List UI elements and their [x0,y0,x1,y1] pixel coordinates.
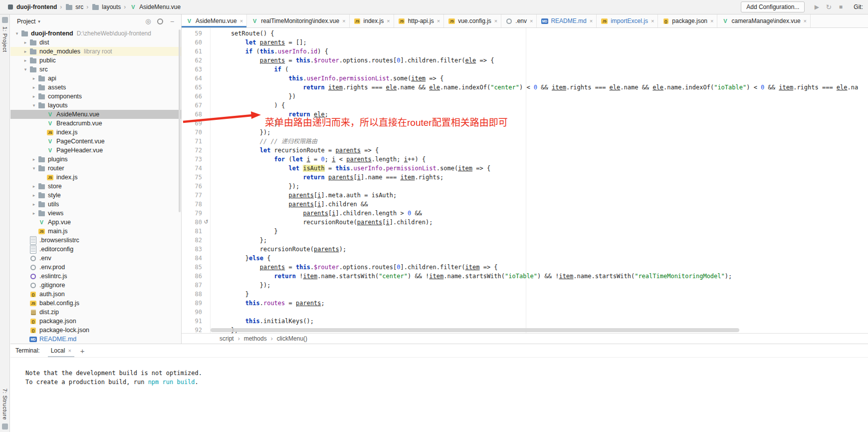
code-line[interactable]: }; [217,236,868,245]
hide-icon[interactable] [166,16,178,26]
editor-tab[interactable]: realTimeMonitoring\index.vue× [247,14,349,27]
line-number[interactable]: 82 [184,236,202,245]
git-label[interactable]: Git: [854,3,863,10]
line-number[interactable]: 71 [184,137,202,146]
line-number[interactable]: 84 [184,254,202,263]
editor-tab[interactable]: AsideMenu.vue× [182,14,247,27]
code-line[interactable]: }); [217,281,868,290]
tree-item[interactable]: package.json [10,317,181,326]
breadcrumb-item[interactable]: duoji-frontend [5,3,58,10]
line-number[interactable]: 66 [184,92,202,101]
tree-item[interactable]: dist [10,38,181,47]
line-number[interactable]: 70 [184,128,202,137]
locate-icon[interactable] [142,16,154,26]
chevron-down-icon[interactable]: ▾ [38,19,40,24]
line-number[interactable]: 62 [184,56,202,65]
code-line[interactable]: }) [217,92,868,101]
code-line[interactable]: for (let i = 0; i < parents.length; i++)… [217,155,868,164]
code-line[interactable]: return parents[i].name === item.rights; [217,173,868,182]
tool-button-structure[interactable]: 7: Structure [2,389,8,420]
tree-item[interactable]: layouts [10,101,181,110]
editor-tab[interactable]: vue.config.js× [444,14,501,27]
line-number[interactable]: 68 [184,110,202,119]
code-line[interactable]: parents[i].children.length > 0 && [217,209,868,218]
line-number[interactable]: 81 [184,227,202,236]
tree-item[interactable]: utils [10,200,181,209]
tree-item[interactable]: style [10,191,181,200]
chevron-expanded-icon[interactable] [30,166,37,171]
tree-item[interactable]: router [10,164,181,173]
breadcrumb-item[interactable]: AsideMenu.vue [128,3,182,10]
add-terminal-icon[interactable]: + [80,347,85,355]
close-tab-icon[interactable]: × [387,18,390,24]
line-number[interactable]: 85 [184,263,202,272]
editor-tab[interactable]: .env× [501,14,537,27]
tree-item[interactable]: babel.config.js [10,299,181,308]
close-tab-icon[interactable]: × [342,18,345,24]
tree-item[interactable]: node_moduleslibrary root [10,47,181,56]
line-number[interactable]: 64 [184,74,202,83]
chevron-collapsed-icon[interactable] [30,184,37,189]
tree-item[interactable]: components [10,92,181,101]
line-number[interactable]: 83 [184,245,202,254]
code-line[interactable]: // // 递归权限路由 [217,137,868,146]
close-icon[interactable]: × [68,348,71,354]
code-line[interactable]: parents[i].children && [217,200,868,209]
breadcrumb-item[interactable]: methods [242,335,269,342]
code-line[interactable]: if ( [217,65,868,74]
project-panel-title[interactable]: Project [17,18,35,25]
line-number[interactable]: 92 [184,326,202,333]
tree-item[interactable]: index.js [10,128,181,137]
line-number[interactable]: 65 [184,83,202,92]
line-number[interactable]: 67 [184,101,202,110]
line-number[interactable]: 76 [184,182,202,191]
code-line[interactable]: if (this.userInfo.id) { [217,47,868,56]
terminal-output[interactable]: Note that the development build is not o… [10,358,868,432]
editor-tab[interactable]: README.md× [537,14,597,27]
tree-item[interactable]: .env.prod [10,263,181,272]
code-line[interactable]: } [217,227,868,236]
close-tab-icon[interactable]: × [494,18,497,24]
chevron-collapsed-icon[interactable] [22,58,29,63]
code-line[interactable] [217,308,868,317]
editor-tab[interactable]: importExcel.js× [597,14,658,27]
tree-item[interactable]: .editorconfig [10,245,181,254]
horizontal-scrollbar[interactable] [211,328,739,332]
close-tab-icon[interactable]: × [530,18,533,24]
tree-item[interactable]: views [10,209,181,218]
code-area[interactable]: 5960616263646566676869707172737475767778… [182,28,868,333]
line-number[interactable]: 91 [184,317,202,326]
editor-tab[interactable]: http-api.js× [394,14,444,27]
line-number[interactable]: 63 [184,65,202,74]
breadcrumb-item[interactable]: layouts [90,3,122,10]
editor-tab[interactable]: package.json× [658,14,717,27]
code-line[interactable]: parents = this.$router.options.routes[0]… [217,263,868,272]
tree-item[interactable]: duoji-frontendD:\zheheWeb\duoji-frontend [10,29,181,38]
line-number[interactable]: 80 [184,218,202,227]
line-number[interactable]: 69 [184,119,202,128]
breadcrumb-item[interactable]: script [217,335,236,342]
line-number[interactable]: 86 [184,272,202,281]
run-icon[interactable] [811,1,823,12]
code-line[interactable]: let isAuth = this.userInfo.permissionLis… [217,164,868,173]
code-line[interactable]: return ele; [217,110,868,119]
code-line[interactable]: let parents = []; [217,38,868,47]
stop-icon[interactable] [835,1,847,12]
tree-item[interactable]: Breadcrumb.vue [10,119,181,128]
line-number[interactable]: 79 [184,209,202,218]
code-line[interactable]: return !item.name.startsWith("center") &… [217,272,868,281]
tool-windows-icon[interactable] [2,424,8,430]
sync-icon[interactable] [823,1,835,12]
tree-item[interactable]: main.js [10,227,181,236]
line-number[interactable]: 89 [184,299,202,308]
line-number[interactable]: 90 [184,308,202,317]
close-tab-icon[interactable]: × [804,18,807,24]
line-number[interactable]: 60 [184,38,202,47]
chevron-collapsed-icon[interactable] [30,202,37,207]
tree-item[interactable]: dist.zip [10,308,181,317]
tree-item[interactable]: .gitignore [10,281,181,290]
line-number[interactable]: 61 [184,47,202,56]
chevron-expanded-icon[interactable] [13,31,20,36]
close-tab-icon[interactable]: × [240,18,243,24]
code-line[interactable]: this.initialKeys(); [217,317,868,326]
